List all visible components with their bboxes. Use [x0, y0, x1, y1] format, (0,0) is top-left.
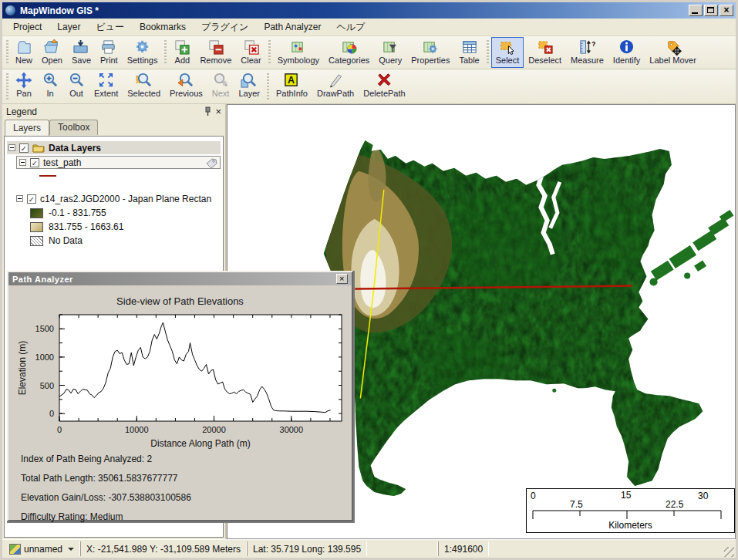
toolbar-button-identify[interactable]: Identify: [608, 37, 645, 68]
minimize-button[interactable]: [689, 5, 703, 16]
menu-plugins[interactable]: プラグイン: [194, 18, 256, 37]
identify-icon: [618, 39, 635, 56]
svg-text:A: A: [288, 75, 295, 86]
toolbar-button-pathinfo[interactable]: APathInfo: [271, 70, 312, 103]
difficulty-rating-text: Difficulty Rating: Medium: [21, 511, 352, 522]
draw-path-icon: [327, 72, 344, 89]
tab-toolbox[interactable]: Toolbox: [49, 120, 98, 135]
folder-icon: [32, 143, 45, 153]
scale-label: 0: [531, 491, 536, 501]
path-analyzer-titlebar[interactable]: Path Analyzer ×: [8, 272, 352, 285]
resize-grip[interactable]: [724, 547, 734, 557]
toolbar-button-label: DeletePath: [363, 89, 405, 98]
collapse-icon[interactable]: [19, 159, 26, 166]
extent-icon: [98, 72, 115, 89]
label-mover-icon: [665, 39, 682, 56]
elevation-chart: 0100002000030000050010001500Elevation (m…: [12, 309, 349, 450]
toolbar-button-remove[interactable]: Remove: [195, 37, 236, 68]
toolbar-button-clear[interactable]: Clear: [236, 37, 265, 68]
toolbar-button-symbology[interactable]: Symbology: [273, 37, 324, 68]
collapse-icon[interactable]: [16, 195, 23, 202]
toolbar-button-label: New: [15, 56, 32, 65]
toolbar-button-in[interactable]: In: [37, 70, 63, 103]
layer-checkbox[interactable]: ✓: [27, 194, 36, 204]
layer-row-test-path[interactable]: ✓ test_path: [16, 156, 221, 169]
toolbar-button-label: Properties: [411, 56, 450, 65]
toolbar-button-pan[interactable]: Pan: [11, 70, 37, 103]
chevron-down-icon[interactable]: [68, 548, 74, 551]
menu-path-analyzer[interactable]: Path Analyzer: [256, 19, 329, 35]
toolbar-button-open[interactable]: Open: [37, 37, 67, 68]
toolbar-button-properties[interactable]: Properties: [406, 37, 454, 68]
toolbar-button-deselect[interactable]: Deselect: [524, 37, 566, 68]
open-icon: [43, 39, 60, 56]
toolbar-button-measure[interactable]: ?Measure: [566, 37, 608, 68]
toolbar-button-extent[interactable]: Extent: [89, 70, 123, 103]
layer-checkbox[interactable]: ✓: [30, 158, 39, 167]
map-scale-readout: 1:491600: [438, 541, 489, 556]
tag-icon[interactable]: [205, 157, 217, 168]
toolbar-button-print[interactable]: Print: [96, 37, 123, 68]
toolbar-button-label: Next: [212, 89, 230, 98]
toolbar-button-save[interactable]: Save: [67, 37, 96, 68]
path-analysis-info: Index of Path Being Analyzed: 2 Total Pa…: [21, 454, 352, 522]
toolbar-button-previous[interactable]: Previous: [165, 70, 207, 103]
path-info-icon: A: [283, 72, 300, 89]
select-icon: [499, 39, 516, 56]
svg-text:20000: 20000: [202, 425, 226, 434]
svg-text:1500: 1500: [35, 324, 54, 333]
toolbar-button-select[interactable]: Select: [491, 37, 524, 68]
scale-label: 15: [621, 490, 631, 501]
elevation-high-swatch: [30, 222, 43, 232]
menu-project[interactable]: Project: [5, 19, 49, 35]
menu-help[interactable]: ヘルプ: [329, 18, 372, 37]
menu-bookmarks[interactable]: Bookmarks: [132, 19, 194, 35]
toolbar-button-query[interactable]: Query: [374, 37, 406, 68]
toolbar-button-label-mover[interactable]: Label Mover: [645, 37, 701, 68]
legend-close-icon[interactable]: ×: [215, 107, 221, 116]
toolbar-button-out[interactable]: Out: [63, 70, 89, 103]
group-checkbox[interactable]: ✓: [19, 143, 29, 153]
elevation-gain-text: Elevation Gain/Loss: -307.538803100586: [21, 492, 352, 503]
main-toolbar: NewOpenSavePrintSettingsAddRemoveClearSy…: [2, 36, 736, 69]
zoom-previous-icon: [177, 72, 194, 89]
maximize-button[interactable]: [704, 5, 718, 16]
toolbar-button-table[interactable]: Table: [454, 37, 484, 68]
toolbar-button-layer[interactable]: Layer: [234, 70, 265, 103]
toolbar-button-selected[interactable]: Selected: [123, 70, 165, 103]
toolbar-button-label: Pan: [16, 89, 32, 98]
toolbar-button-label: Table: [459, 56, 479, 65]
toolbar-button-settings[interactable]: Settings: [123, 37, 163, 68]
layer-row-raster[interactable]: ✓ c14_ras2.JGD2000 - Japan Plane Rectan: [16, 192, 221, 205]
menu-bar: Project Layer ビュー Bookmarks プラグイン Path A…: [2, 19, 736, 36]
layer-group-row[interactable]: ✓ Data Layers: [7, 141, 221, 154]
path-analyzer-close-button[interactable]: ×: [336, 274, 348, 284]
legend-panel-title: Legend: [6, 106, 37, 117]
toolbar-button-next: Next: [207, 70, 234, 103]
menu-view[interactable]: ビュー: [88, 18, 132, 37]
tab-layers[interactable]: Layers: [5, 120, 49, 136]
project-selector[interactable]: unnamed: [4, 541, 80, 556]
scale-ratio: 1:491600: [444, 544, 483, 555]
toolbar-button-label: In: [46, 89, 53, 98]
path-analyzer-title: Path Analyzer: [12, 275, 73, 284]
remove-icon: [207, 39, 224, 56]
toolbar-button-new[interactable]: New: [11, 37, 37, 68]
toolbar-button-label: Clear: [241, 56, 261, 65]
toolbar-button-label: Layer: [238, 89, 260, 98]
save-icon: [72, 39, 89, 56]
toolbar-button-add[interactable]: Add: [169, 37, 195, 68]
pin-icon[interactable]: [204, 106, 212, 116]
toolbar-button-label: Label Mover: [649, 56, 696, 65]
toolbar-button-label: Previous: [170, 89, 203, 98]
new-icon: [15, 39, 32, 56]
collapse-icon[interactable]: [8, 144, 15, 151]
toolbar-button-drawpath[interactable]: DrawPath: [312, 70, 359, 103]
menu-layer[interactable]: Layer: [49, 19, 88, 35]
toolbar-button-deletepath[interactable]: DeletePath: [359, 70, 409, 103]
svg-text:0: 0: [49, 409, 54, 418]
svg-text:10000: 10000: [125, 425, 149, 434]
close-button[interactable]: ×: [719, 5, 733, 16]
toolbar-button-categories[interactable]: Categories: [324, 37, 374, 68]
raster-class-row: -0.1 - 831.755: [30, 207, 221, 219]
